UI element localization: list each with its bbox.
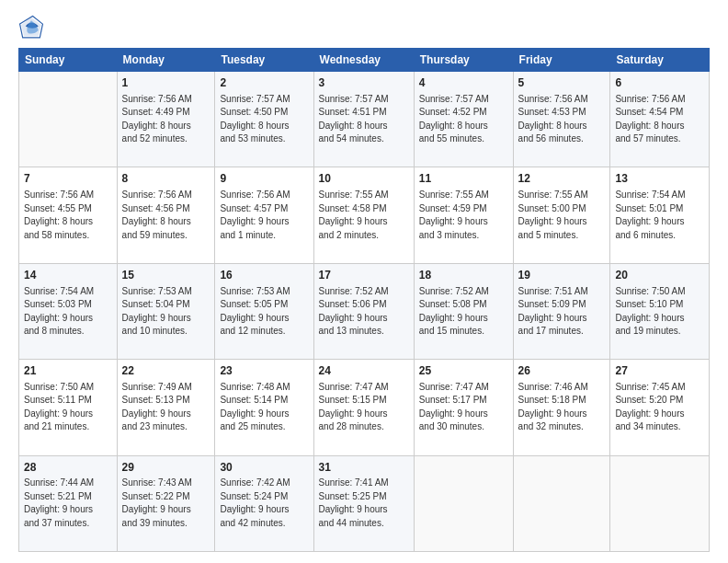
day-cell: 24Sunrise: 7:47 AM Sunset: 5:15 PM Dayli… bbox=[313, 360, 414, 455]
week-row-2: 14Sunrise: 7:54 AM Sunset: 5:03 PM Dayli… bbox=[19, 263, 710, 359]
day-cell: 10Sunrise: 7:55 AM Sunset: 4:58 PM Dayli… bbox=[313, 167, 414, 263]
day-cell: 3Sunrise: 7:57 AM Sunset: 4:51 PM Daylig… bbox=[313, 72, 414, 167]
week-row-4: 28Sunrise: 7:44 AM Sunset: 5:21 PM Dayli… bbox=[19, 455, 710, 551]
day-detail: Sunrise: 7:56 AM Sunset: 4:55 PM Dayligh… bbox=[24, 189, 112, 242]
header-wednesday: Wednesday bbox=[313, 49, 414, 72]
day-detail: Sunrise: 7:46 AM Sunset: 5:18 PM Dayligh… bbox=[518, 381, 606, 434]
header bbox=[18, 15, 710, 40]
day-detail: Sunrise: 7:47 AM Sunset: 5:15 PM Dayligh… bbox=[319, 381, 409, 434]
day-number: 5 bbox=[518, 75, 606, 91]
day-number: 24 bbox=[319, 363, 409, 379]
day-number: 2 bbox=[220, 75, 308, 91]
day-number: 6 bbox=[615, 75, 704, 91]
header-sunday: Sunday bbox=[19, 49, 118, 72]
day-number: 4 bbox=[419, 75, 508, 91]
day-detail: Sunrise: 7:55 AM Sunset: 4:58 PM Dayligh… bbox=[319, 189, 409, 242]
day-number: 7 bbox=[24, 171, 112, 187]
day-cell: 20Sunrise: 7:50 AM Sunset: 5:10 PM Dayli… bbox=[610, 263, 710, 359]
day-detail: Sunrise: 7:56 AM Sunset: 4:57 PM Dayligh… bbox=[220, 189, 308, 242]
day-cell: 15Sunrise: 7:53 AM Sunset: 5:04 PM Dayli… bbox=[117, 263, 215, 359]
day-cell: 7Sunrise: 7:56 AM Sunset: 4:55 PM Daylig… bbox=[19, 167, 118, 263]
day-detail: Sunrise: 7:47 AM Sunset: 5:17 PM Dayligh… bbox=[419, 381, 508, 434]
header-monday: Monday bbox=[117, 49, 215, 72]
day-number: 26 bbox=[518, 363, 606, 379]
day-detail: Sunrise: 7:44 AM Sunset: 5:21 PM Dayligh… bbox=[24, 477, 112, 530]
day-detail: Sunrise: 7:43 AM Sunset: 5:22 PM Dayligh… bbox=[122, 477, 210, 530]
day-number: 14 bbox=[24, 268, 112, 283]
day-cell: 12Sunrise: 7:55 AM Sunset: 5:00 PM Dayli… bbox=[513, 167, 610, 263]
day-number: 28 bbox=[24, 460, 112, 476]
day-number: 11 bbox=[419, 171, 508, 187]
day-detail: Sunrise: 7:56 AM Sunset: 4:54 PM Dayligh… bbox=[615, 93, 704, 146]
day-cell bbox=[610, 455, 710, 551]
day-detail: Sunrise: 7:56 AM Sunset: 4:56 PM Dayligh… bbox=[122, 189, 210, 242]
day-cell: 19Sunrise: 7:51 AM Sunset: 5:09 PM Dayli… bbox=[513, 263, 610, 359]
header-thursday: Thursday bbox=[414, 49, 513, 72]
day-detail: Sunrise: 7:56 AM Sunset: 4:53 PM Dayligh… bbox=[518, 93, 606, 146]
header-friday: Friday bbox=[513, 49, 610, 72]
day-number: 27 bbox=[615, 363, 704, 379]
day-detail: Sunrise: 7:55 AM Sunset: 4:59 PM Dayligh… bbox=[419, 189, 508, 242]
day-number: 16 bbox=[220, 268, 308, 283]
logo bbox=[18, 15, 48, 40]
day-detail: Sunrise: 7:53 AM Sunset: 5:04 PM Dayligh… bbox=[122, 285, 210, 339]
day-cell: 4Sunrise: 7:57 AM Sunset: 4:52 PM Daylig… bbox=[414, 72, 513, 167]
calendar-header-row: Sunday Monday Tuesday Wednesday Thursday… bbox=[19, 49, 710, 72]
header-saturday: Saturday bbox=[610, 49, 710, 72]
day-detail: Sunrise: 7:52 AM Sunset: 5:08 PM Dayligh… bbox=[419, 285, 508, 339]
day-number: 12 bbox=[518, 171, 606, 187]
day-number: 15 bbox=[122, 268, 210, 283]
day-cell: 23Sunrise: 7:48 AM Sunset: 5:14 PM Dayli… bbox=[215, 360, 313, 455]
week-row-1: 7Sunrise: 7:56 AM Sunset: 4:55 PM Daylig… bbox=[19, 167, 710, 263]
day-cell bbox=[414, 455, 513, 551]
day-number: 21 bbox=[24, 363, 112, 379]
day-cell: 2Sunrise: 7:57 AM Sunset: 4:50 PM Daylig… bbox=[215, 72, 313, 167]
day-detail: Sunrise: 7:54 AM Sunset: 5:01 PM Dayligh… bbox=[615, 189, 704, 242]
day-cell: 26Sunrise: 7:46 AM Sunset: 5:18 PM Dayli… bbox=[513, 360, 610, 455]
day-cell: 25Sunrise: 7:47 AM Sunset: 5:17 PM Dayli… bbox=[414, 360, 513, 455]
day-detail: Sunrise: 7:57 AM Sunset: 4:51 PM Dayligh… bbox=[319, 93, 409, 146]
day-detail: Sunrise: 7:51 AM Sunset: 5:09 PM Dayligh… bbox=[518, 285, 606, 339]
day-detail: Sunrise: 7:52 AM Sunset: 5:06 PM Dayligh… bbox=[319, 285, 409, 339]
day-detail: Sunrise: 7:50 AM Sunset: 5:11 PM Dayligh… bbox=[24, 381, 112, 434]
day-cell: 8Sunrise: 7:56 AM Sunset: 4:56 PM Daylig… bbox=[117, 167, 215, 263]
day-number: 30 bbox=[220, 460, 308, 476]
day-cell: 27Sunrise: 7:45 AM Sunset: 5:20 PM Dayli… bbox=[610, 360, 710, 455]
calendar-table: Sunday Monday Tuesday Wednesday Thursday… bbox=[18, 48, 710, 552]
day-number: 1 bbox=[122, 75, 210, 91]
day-detail: Sunrise: 7:56 AM Sunset: 4:49 PM Dayligh… bbox=[122, 93, 210, 146]
day-detail: Sunrise: 7:45 AM Sunset: 5:20 PM Dayligh… bbox=[615, 381, 704, 434]
day-number: 9 bbox=[220, 171, 308, 187]
day-number: 18 bbox=[419, 268, 508, 283]
logo-icon bbox=[18, 15, 44, 40]
day-detail: Sunrise: 7:53 AM Sunset: 5:05 PM Dayligh… bbox=[220, 285, 308, 339]
day-number: 19 bbox=[518, 268, 606, 283]
day-number: 22 bbox=[122, 363, 210, 379]
day-cell: 6Sunrise: 7:56 AM Sunset: 4:54 PM Daylig… bbox=[610, 72, 710, 167]
day-cell bbox=[19, 72, 118, 167]
day-detail: Sunrise: 7:54 AM Sunset: 5:03 PM Dayligh… bbox=[24, 285, 112, 339]
day-detail: Sunrise: 7:49 AM Sunset: 5:13 PM Dayligh… bbox=[122, 381, 210, 434]
day-number: 3 bbox=[319, 75, 409, 91]
day-cell: 13Sunrise: 7:54 AM Sunset: 5:01 PM Dayli… bbox=[610, 167, 710, 263]
day-cell: 29Sunrise: 7:43 AM Sunset: 5:22 PM Dayli… bbox=[117, 455, 215, 551]
page: Sunday Monday Tuesday Wednesday Thursday… bbox=[0, 0, 728, 563]
day-number: 17 bbox=[319, 268, 409, 283]
day-cell: 22Sunrise: 7:49 AM Sunset: 5:13 PM Dayli… bbox=[117, 360, 215, 455]
day-cell: 21Sunrise: 7:50 AM Sunset: 5:11 PM Dayli… bbox=[19, 360, 118, 455]
day-cell: 1Sunrise: 7:56 AM Sunset: 4:49 PM Daylig… bbox=[117, 72, 215, 167]
day-cell: 14Sunrise: 7:54 AM Sunset: 5:03 PM Dayli… bbox=[19, 263, 118, 359]
day-detail: Sunrise: 7:57 AM Sunset: 4:52 PM Dayligh… bbox=[419, 93, 508, 146]
day-cell: 5Sunrise: 7:56 AM Sunset: 4:53 PM Daylig… bbox=[513, 72, 610, 167]
week-row-0: 1Sunrise: 7:56 AM Sunset: 4:49 PM Daylig… bbox=[19, 72, 710, 167]
day-cell: 17Sunrise: 7:52 AM Sunset: 5:06 PM Dayli… bbox=[313, 263, 414, 359]
day-cell: 16Sunrise: 7:53 AM Sunset: 5:05 PM Dayli… bbox=[215, 263, 313, 359]
day-number: 10 bbox=[319, 171, 409, 187]
day-detail: Sunrise: 7:55 AM Sunset: 5:00 PM Dayligh… bbox=[518, 189, 606, 242]
day-number: 8 bbox=[122, 171, 210, 187]
day-detail: Sunrise: 7:50 AM Sunset: 5:10 PM Dayligh… bbox=[615, 285, 704, 339]
day-cell: 30Sunrise: 7:42 AM Sunset: 5:24 PM Dayli… bbox=[215, 455, 313, 551]
day-cell bbox=[513, 455, 610, 551]
day-cell: 9Sunrise: 7:56 AM Sunset: 4:57 PM Daylig… bbox=[215, 167, 313, 263]
day-number: 29 bbox=[122, 460, 210, 476]
